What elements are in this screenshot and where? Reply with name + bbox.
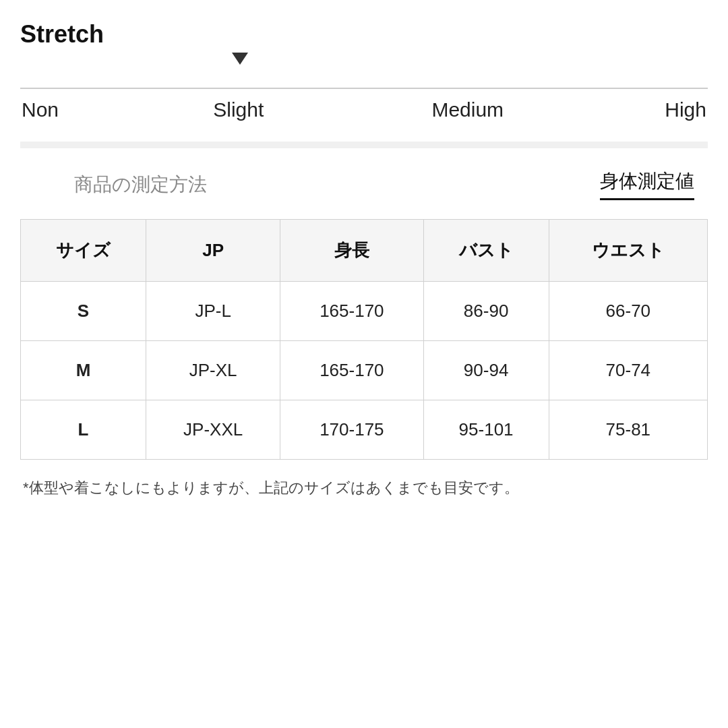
table-cell: JP-XL (146, 341, 280, 400)
table-cell: JP-XXL (146, 400, 280, 460)
table-header-row: サイズ JP 身長 バスト ウエスト (21, 220, 708, 282)
tab-body-measurement[interactable]: 身体測定値 (600, 169, 694, 200)
table-cell: M (21, 341, 146, 400)
slider-labels: Non Slight Medium High (20, 98, 708, 121)
table-cell: 165-170 (280, 341, 423, 400)
label-non: Non (22, 98, 59, 121)
col-header-bust: バスト (423, 220, 549, 282)
col-header-size: サイズ (21, 220, 146, 282)
slider-indicator-arrow (232, 53, 248, 65)
table-cell: 86-90 (423, 282, 549, 341)
table-row: SJP-L165-17086-9066-70 (21, 282, 708, 341)
label-slight: Slight (213, 98, 264, 121)
table-cell: 66-70 (549, 282, 707, 341)
table-cell: 95-101 (423, 400, 549, 460)
label-high: High (665, 98, 706, 121)
col-header-waist: ウエスト (549, 220, 707, 282)
table-cell: JP-L (146, 282, 280, 341)
stretch-section: Stretch Non Slight Medium High (20, 20, 708, 121)
section-divider (20, 142, 708, 148)
col-header-height: 身長 (280, 220, 423, 282)
stretch-slider (20, 67, 708, 89)
measurement-section: 商品の測定方法 身体測定値 サイズ JP 身長 バスト ウエスト SJP-L16… (20, 169, 708, 499)
table-cell: 165-170 (280, 282, 423, 341)
table-row: MJP-XL165-17090-9470-74 (21, 341, 708, 400)
table-cell: L (21, 400, 146, 460)
tab-product-measurement[interactable]: 商品の測定方法 (34, 172, 207, 198)
table-cell: 90-94 (423, 341, 549, 400)
col-header-jp: JP (146, 220, 280, 282)
table-cell: 75-81 (549, 400, 707, 460)
table-cell: 70-74 (549, 341, 707, 400)
slider-track (20, 88, 708, 89)
table-row: LJP-XXL170-17595-10175-81 (21, 400, 708, 460)
size-table: サイズ JP 身長 バスト ウエスト SJP-L165-17086-9066-7… (20, 219, 708, 460)
label-medium: Medium (431, 98, 504, 121)
footnote: *体型や着こなしにもよりますが、上記のサイズはあくまでも目安です。 (20, 476, 708, 499)
table-cell: S (21, 282, 146, 341)
table-cell: 170-175 (280, 400, 423, 460)
tab-header-row: 商品の測定方法 身体測定値 (20, 169, 708, 200)
stretch-title: Stretch (20, 20, 708, 49)
